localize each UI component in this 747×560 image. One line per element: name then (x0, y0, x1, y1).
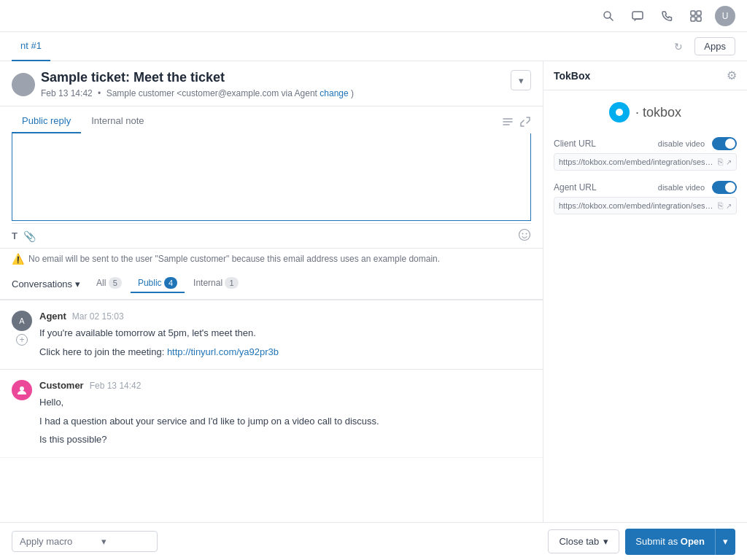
reply-area: Public reply Internal note (0, 106, 543, 249)
customer-message-body: Hello, I had a question about your servi… (39, 395, 531, 447)
conversations-chevron[interactable]: ▾ (75, 279, 80, 289)
emoji-icon[interactable] (518, 228, 531, 241)
panel-header: TokBox ⚙ (543, 61, 747, 90)
submit-main-area[interactable]: Submit as Open (625, 529, 715, 555)
svg-line-1 (610, 18, 613, 20)
submit-button[interactable]: Submit as Open ▾ (625, 529, 735, 555)
refresh-icon[interactable]: ↻ (668, 36, 689, 57)
ticket-area: Sample ticket: Meet the ticket Feb 13 14… (0, 61, 543, 522)
reply-header-icons (502, 116, 531, 128)
tokbox-name: · tokbox (635, 105, 681, 120)
client-url-toggle-group: disable video (658, 137, 737, 150)
svg-point-7 (519, 230, 530, 241)
close-tab-arrow-icon: ▾ (603, 536, 608, 547)
main-layout: Sample ticket: Meet the ticket Feb 13 14… (0, 61, 747, 522)
svg-rect-3 (691, 11, 695, 15)
change-link[interactable]: change (320, 88, 348, 98)
agent-url-toggle-group: disable video (658, 181, 737, 194)
warning-text: No email will be sent to the user "Sampl… (28, 254, 440, 264)
agent-url-copy-icon[interactable]: ⎘ (718, 201, 723, 211)
apply-macro-dropdown[interactable]: Apply macro ▾ (12, 531, 158, 552)
filter-tab-internal[interactable]: Internal 1 (186, 275, 245, 293)
agent-avatar: A (12, 311, 32, 331)
reply-option-icon[interactable] (502, 116, 514, 128)
agent-time: Mar 02 15:03 (72, 311, 124, 322)
client-url-toggle[interactable] (712, 137, 737, 150)
reply-toolbar-right (518, 228, 531, 244)
tokbox-logo: · tokbox (554, 102, 737, 122)
right-panel: TokBox ⚙ · tokbox Client URL disable vid… (543, 61, 747, 522)
submit-dropdown-arrow[interactable]: ▾ (715, 529, 735, 555)
agent-url-open-icon[interactable]: ↗ (726, 202, 732, 210)
svg-rect-2 (632, 12, 643, 19)
agent-author: Agent (39, 311, 66, 322)
messages-area: A + Agent Mar 02 15:03 If you're availab… (0, 300, 543, 522)
close-tab-button[interactable]: Close tab ▾ (548, 529, 619, 553)
svg-point-10 (20, 386, 24, 391)
phone-icon[interactable] (657, 6, 677, 26)
reply-toolbar-left: T 📎 (12, 230, 36, 242)
client-url-section: Client URL disable video https://tokbox.… (554, 137, 737, 171)
agent-url-input-row: https://tokbox.com/embed/integration/ses… (554, 197, 737, 214)
agent-url-toggle[interactable] (712, 181, 737, 194)
filter-tab-public[interactable]: Public 4 (131, 275, 185, 293)
tab-bar: nt #1 ↻ Apps (0, 32, 747, 61)
close-tab-label: Close tab (559, 536, 599, 547)
reply-textarea[interactable] (12, 133, 531, 221)
ticket-tab-label: nt #1 (20, 40, 42, 51)
customer-avatar-wrap (12, 380, 32, 447)
grid-icon[interactable] (686, 6, 706, 26)
apps-button[interactable]: Apps (694, 37, 735, 55)
message-icon[interactable] (627, 6, 648, 26)
ticket-meta: Feb 13 14:42 • Sample customer <customer… (41, 88, 354, 98)
search-icon[interactable] (598, 6, 619, 26)
internal-count-badge: 1 (225, 277, 238, 289)
panel-content: · tokbox Client URL disable video https:… (543, 90, 747, 236)
tokbox-circle-icon (609, 102, 630, 122)
tab-internal-note[interactable]: Internal note (81, 109, 154, 133)
agent-message-body: If you're available tomorrow at 5pm, let… (39, 326, 531, 359)
gear-icon[interactable]: ⚙ (727, 69, 737, 82)
reply-tabs: Public reply Internal note (12, 106, 531, 133)
bottom-right: Close tab ▾ Submit as Open ▾ (548, 529, 735, 555)
customer-time: Feb 13 14:42 (90, 381, 142, 391)
ticket-dropdown-icon[interactable]: ▾ (511, 70, 531, 90)
attachment-icon[interactable]: 📎 (23, 230, 36, 242)
all-count-badge: 5 (109, 277, 122, 289)
reply-tab-group: Public reply Internal note (12, 109, 154, 133)
filter-tab-all[interactable]: All 5 (89, 275, 129, 293)
reply-expand-icon[interactable] (519, 116, 531, 128)
svg-rect-5 (691, 17, 695, 21)
bottom-bar: Apply macro ▾ Close tab ▾ Submit as Open… (0, 522, 747, 560)
svg-point-8 (522, 233, 524, 235)
filter-tabs: All 5 Public 4 Internal 1 (89, 275, 245, 293)
submit-status: Open (681, 536, 705, 547)
agent-url-label: Agent URL (554, 182, 597, 192)
client-disable-label: disable video (658, 139, 705, 148)
svg-rect-4 (697, 11, 701, 15)
client-url-label: Client URL (554, 139, 596, 149)
agent-message-header: Agent Mar 02 15:03 (39, 311, 531, 322)
client-url-value: https://tokbox.com/embed/integration/ses… (559, 158, 715, 166)
warning-icon: ⚠️ (12, 253, 24, 265)
ticket-avatar (12, 73, 35, 96)
add-message-btn[interactable]: + (16, 334, 28, 346)
ticket-tab[interactable]: nt #1 (12, 32, 50, 61)
meeting-link[interactable]: http://tinyurl.com/ya92pr3b (167, 346, 279, 357)
client-url-label-row: Client URL disable video (554, 137, 737, 150)
message-item: A + Agent Mar 02 15:03 If you're availab… (0, 300, 543, 370)
conversations-filter: Conversations ▾ All 5 Public 4 Internal … (0, 269, 543, 300)
text-format-icon[interactable]: T (12, 230, 18, 241)
agent-avatar-wrap: A + (12, 311, 32, 359)
user-avatar[interactable]: U (715, 6, 735, 26)
submit-prefix: Submit as (635, 536, 678, 547)
tab-public-reply[interactable]: Public reply (12, 109, 81, 133)
conversations-label: Conversations ▾ (12, 279, 80, 289)
customer-author: Customer (39, 380, 84, 391)
agent-url-value: https://tokbox.com/embed/integration/ses… (559, 201, 715, 210)
customer-message-header: Customer Feb 13 14:42 (39, 380, 531, 391)
macro-arrow-icon: ▾ (101, 536, 107, 547)
client-url-copy-icon[interactable]: ⎘ (718, 157, 723, 167)
client-url-open-icon[interactable]: ↗ (726, 158, 732, 166)
agent-url-section: Agent URL disable video https://tokbox.c… (554, 181, 737, 214)
